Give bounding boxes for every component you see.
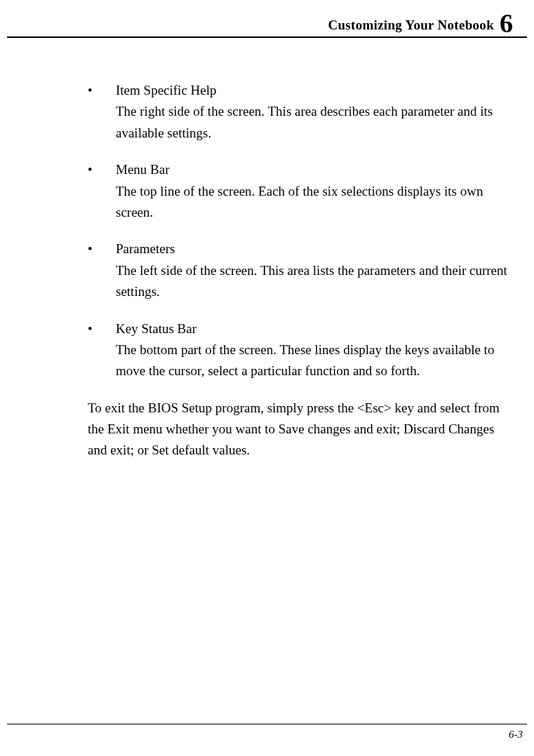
- item-desc: The bottom part of the screen. These lin…: [116, 339, 520, 382]
- page: Customizing Your Notebook 6 Item Specifi…: [0, 0, 534, 756]
- content-area: Item Specific Help The right side of the…: [0, 38, 534, 461]
- body-paragraph: To exit the BIOS Setup program, simply p…: [14, 398, 520, 461]
- list-item: Parameters The left side of the screen. …: [88, 238, 520, 302]
- item-title: Item Specific Help: [116, 80, 520, 101]
- page-number: 6-3: [509, 729, 523, 740]
- item-title: Menu Bar: [116, 159, 520, 180]
- item-desc: The left side of the screen. This area l…: [116, 260, 520, 303]
- item-title: Parameters: [116, 238, 520, 259]
- header-title: Customizing Your Notebook: [328, 18, 494, 33]
- page-header: Customizing Your Notebook 6: [7, 0, 527, 38]
- item-desc: The top line of the screen. Each of the …: [116, 181, 520, 224]
- page-footer: 6-3: [7, 724, 527, 741]
- item-desc: The right side of the screen. This area …: [116, 101, 520, 144]
- list-item: Menu Bar The top line of the screen. Eac…: [88, 159, 520, 223]
- bullet-list: Item Specific Help The right side of the…: [14, 80, 520, 382]
- chapter-number: 6: [500, 10, 513, 36]
- list-item: Item Specific Help The right side of the…: [88, 80, 520, 144]
- item-title: Key Status Bar: [116, 318, 520, 339]
- list-item: Key Status Bar The bottom part of the sc…: [88, 318, 520, 382]
